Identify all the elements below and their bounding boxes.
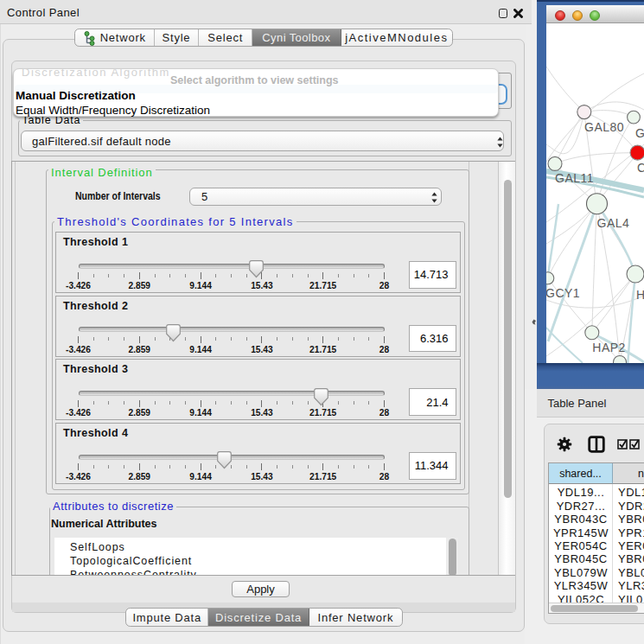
svg-text:GCY1: GCY1	[546, 286, 580, 300]
svg-text:GAL4: GAL4	[596, 216, 629, 230]
svg-text:H: H	[636, 288, 644, 302]
svg-text:G: G	[635, 126, 644, 140]
svg-text:GAL80: GAL80	[584, 120, 624, 134]
svg-text:HAP2: HAP2	[592, 341, 626, 354]
svg-text:GAL11: GAL11	[555, 171, 594, 185]
svg-text:C: C	[637, 161, 644, 175]
